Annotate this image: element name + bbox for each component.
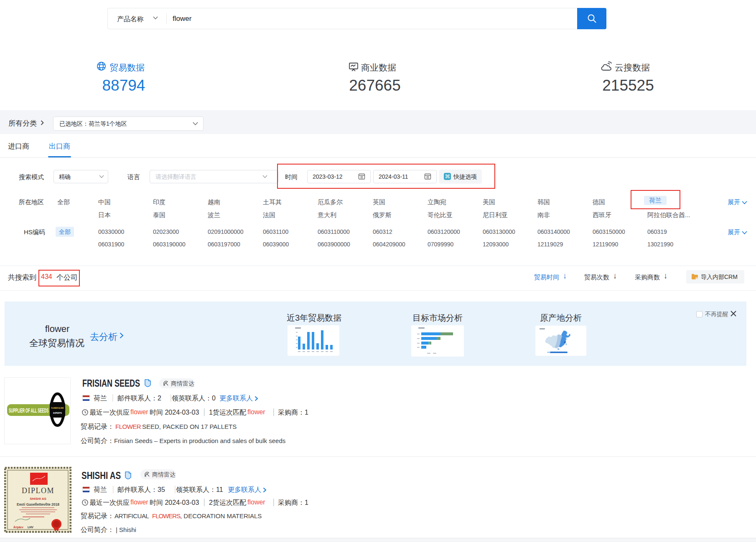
svg-text:DIPLOM: DIPLOM	[22, 486, 54, 495]
svg-text:Eesti Gasellettevõte 2018: Eesti Gasellettevõte 2018	[17, 502, 59, 507]
svg-text:FLOWER BLEND: FLOWER BLEND	[51, 407, 64, 409]
svg-text:SUPPLIER OF ALL SEEDS: SUPPLIER OF ALL SEEDS	[9, 407, 48, 414]
svg-text:EXPERTS: EXPERTS	[53, 412, 62, 414]
svg-text:SHISHI AS: SHISHI AS	[30, 497, 46, 501]
svg-text:Äripäev: Äripäev	[13, 526, 23, 529]
svg-text:LHV: LHV	[28, 526, 33, 529]
